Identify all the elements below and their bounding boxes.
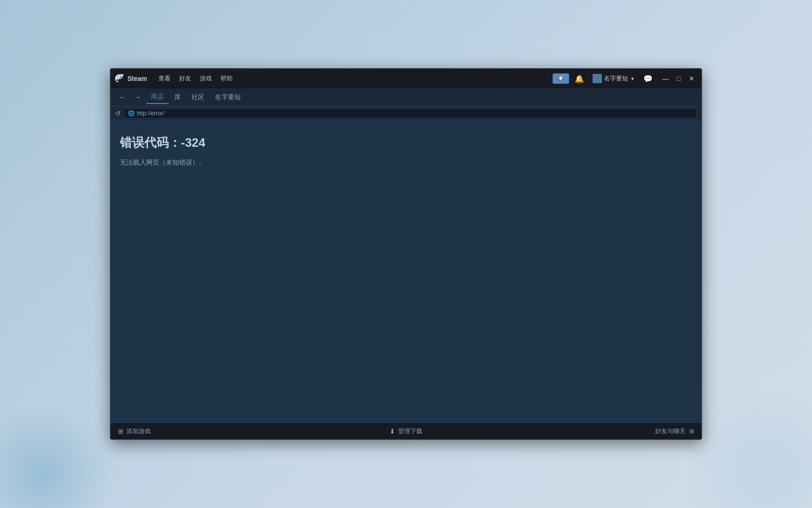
nav-tabs: 商店 库 社区 名字要短 [146,91,696,104]
close-button[interactable]: ✕ [686,72,698,85]
reload-button[interactable]: ↺ [115,110,121,117]
megaphone-icon: 📢 [557,75,564,82]
news-button[interactable]: 📢 [553,73,569,84]
notification-button[interactable]: 🔔 [572,72,587,85]
address-bar[interactable]: 🌐 http://error/ [124,108,697,119]
content-area: 错误代码：-324 无法载入网页（未知错误）。 [110,120,702,422]
title-controls: 📢 🔔 名字要短 ▼ 💬 [553,72,656,85]
minimize-button[interactable]: — [659,72,671,85]
window-controls: — □ ✕ [659,72,698,85]
steam-window: Steam 查看 好友 游戏 帮助 📢 🔔 名字要短 ▼ 💬 [110,68,702,440]
tab-store[interactable]: 商店 [146,91,169,104]
bell-icon: 🔔 [575,75,584,83]
back-button[interactable]: ← [116,92,129,103]
maximize-button[interactable]: □ [672,72,685,85]
download-icon: ⬇ [390,428,395,435]
tab-community[interactable]: 社区 [187,91,209,103]
title-logo: Steam [114,73,147,84]
avatar [593,74,602,83]
chat-button[interactable]: 💬 [640,72,656,85]
manage-download-button[interactable]: ⬇ 管理下载 [390,427,422,436]
add-game-icon: ⊞ [118,428,124,435]
app-title: Steam [127,75,147,82]
menu-item-help[interactable]: 帮助 [217,72,236,85]
error-message: 无法载入网页（未知错误）。 [120,159,692,167]
friends-chat-label: 好友与聊天 [655,427,686,436]
title-bar: Steam 查看 好友 游戏 帮助 📢 🔔 名字要短 ▼ 💬 [110,69,702,88]
tab-profile[interactable]: 名字要短 [210,91,246,103]
manage-download-label: 管理下载 [398,427,422,436]
globe-icon: 🌐 [128,110,135,117]
address-bar-row: ↺ 🌐 http://error/ [110,106,702,120]
footer: ⊞ 添加游戏 ⬇ 管理下载 好友与聊天 ⊞ [110,422,702,439]
forward-button[interactable]: → [131,92,144,103]
add-game-label: 添加游戏 [126,427,151,436]
tab-library[interactable]: 库 [170,91,186,103]
menu-item-view[interactable]: 查看 [155,72,174,85]
url-text: http://error/ [137,110,164,117]
friends-chat-button[interactable]: 好友与聊天 ⊞ [655,427,694,436]
chat-icon: 💬 [643,75,653,83]
menu-item-friends[interactable]: 好友 [175,72,195,85]
error-code: 错误代码：-324 [120,135,692,151]
title-menu: 查看 好友 游戏 帮助 [155,72,553,85]
chevron-down-icon: ▼ [630,76,635,81]
add-game-button[interactable]: ⊞ 添加游戏 [118,427,151,436]
user-name: 名字要短 [604,74,628,83]
user-area[interactable]: 名字要短 ▼ [590,73,638,84]
menu-item-games[interactable]: 游戏 [196,72,216,85]
steam-logo-icon [114,73,125,84]
nav-bar: ← → 商店 库 社区 名字要短 [110,88,702,106]
grid-icon: ⊞ [689,428,694,435]
